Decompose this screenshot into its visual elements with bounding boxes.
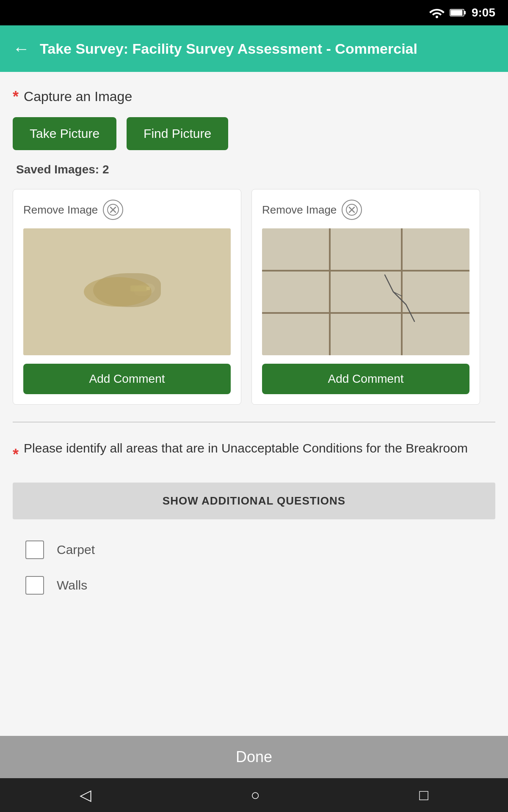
- status-icons: 9:05: [429, 6, 495, 19]
- checkbox-walls-label: Walls: [57, 578, 87, 593]
- saved-images-label: Saved Images:2: [13, 163, 495, 176]
- back-button[interactable]: ←: [13, 39, 30, 58]
- remove-image-label-2: Remove Image: [262, 203, 337, 217]
- remove-image-button-2[interactable]: [342, 200, 362, 220]
- find-picture-button[interactable]: Find Picture: [127, 117, 228, 150]
- checkbox-walls[interactable]: [25, 576, 44, 595]
- done-bar[interactable]: Done: [0, 736, 508, 778]
- question-text: Please identify all areas that are in Un…: [24, 439, 468, 457]
- recent-apps-nav-icon[interactable]: □: [419, 786, 428, 804]
- svg-rect-9: [146, 287, 150, 290]
- checkbox-row-carpet: Carpet: [13, 532, 495, 568]
- stain-svg: [75, 266, 160, 317]
- capture-section-header: * Capture an Image: [13, 89, 495, 104]
- svg-rect-13: [262, 228, 469, 355]
- section-divider: [13, 422, 495, 422]
- svg-rect-2: [464, 11, 466, 14]
- main-content: * Capture an Image Take Picture Find Pic…: [0, 72, 508, 736]
- checkbox-carpet[interactable]: [25, 540, 44, 559]
- remove-image-row-1: Remove Image: [23, 200, 123, 220]
- checkbox-row-walls: Walls: [13, 568, 495, 603]
- image-thumbnail-1: [23, 228, 231, 355]
- svg-point-0: [436, 16, 438, 18]
- add-comment-button-1[interactable]: Add Comment: [23, 364, 231, 394]
- nav-title: Take Survey: Facility Survey Assessment …: [40, 41, 495, 57]
- remove-image-row-2: Remove Image: [262, 200, 362, 220]
- capture-buttons-row: Take Picture Find Picture: [13, 117, 495, 150]
- svg-rect-8: [130, 285, 147, 291]
- saved-images-count: 2: [102, 163, 109, 176]
- status-bar: 9:05: [0, 0, 508, 25]
- add-comment-button-2[interactable]: Add Comment: [262, 364, 469, 394]
- svg-rect-3: [450, 10, 462, 16]
- question-header: * Please identify all areas that are in …: [13, 439, 495, 470]
- home-nav-icon[interactable]: ○: [251, 786, 260, 804]
- status-time: 9:05: [472, 6, 495, 19]
- show-additional-questions-button[interactable]: SHOW ADDITIONAL QUESTIONS: [13, 483, 495, 519]
- done-label: Done: [236, 748, 272, 766]
- img1-visual: [23, 228, 231, 355]
- take-picture-button[interactable]: Take Picture: [13, 117, 116, 150]
- battery-status-icon: [450, 8, 467, 17]
- bottom-nav: ◁ ○ □: [0, 778, 508, 812]
- image-thumbnail-2: [262, 228, 469, 355]
- checkbox-carpet-label: Carpet: [57, 543, 95, 557]
- tile-svg: [262, 228, 469, 355]
- question-section: * Please identify all areas that are in …: [13, 439, 495, 603]
- back-nav-icon[interactable]: ◁: [80, 786, 91, 804]
- image-card-1: Remove Image: [13, 189, 241, 405]
- wifi-icon: [429, 7, 444, 18]
- required-star-capture: *: [13, 89, 19, 104]
- image-card-2: Remove Image: [251, 189, 480, 405]
- image-cards-container: Remove Image: [13, 189, 495, 405]
- svg-point-7: [84, 277, 152, 307]
- remove-image-button-1[interactable]: [103, 200, 123, 220]
- required-star-question: *: [13, 447, 19, 462]
- capture-section-title: Capture an Image: [24, 89, 132, 104]
- nav-bar: ← Take Survey: Facility Survey Assessmen…: [0, 25, 508, 72]
- remove-image-label-1: Remove Image: [23, 203, 98, 217]
